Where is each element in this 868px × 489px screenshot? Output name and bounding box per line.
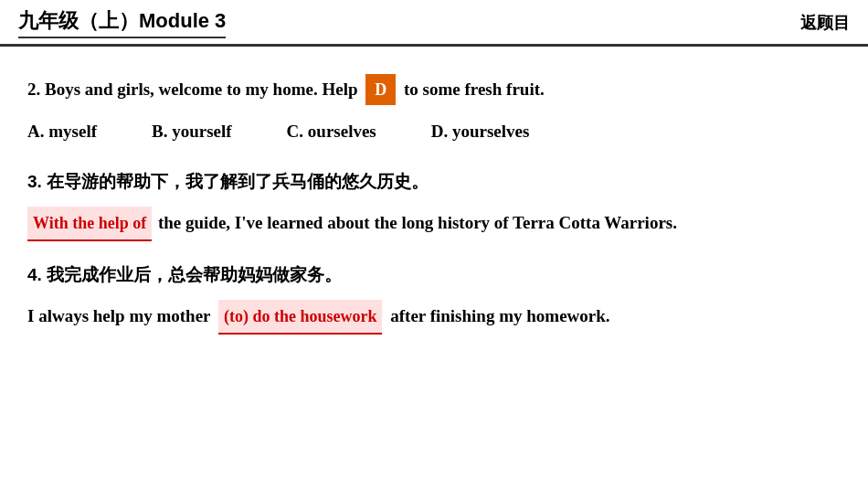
choice-c: C. ourselves <box>287 116 376 147</box>
q4-en-after: after finishing my homework. <box>390 306 609 325</box>
question-2: 2. Boys and girls, welcome to my home. H… <box>27 74 841 105</box>
question-4-cn: 4. 我完成作业后，总会帮助妈妈做家务。 <box>27 260 841 291</box>
question-3-cn: 3. 在导游的帮助下，我了解到了兵马俑的悠久历史。 <box>27 166 841 197</box>
choice-d: D. yourselves <box>431 116 530 147</box>
q4-en-before: I always help my mother <box>27 306 210 325</box>
q2-choices: A. myself B. yourself C. ourselves D. yo… <box>27 116 841 147</box>
page-header: 九年级（上）Module 3 返顾目 <box>0 0 868 47</box>
choice-a: A. myself <box>27 116 97 147</box>
back-button[interactable]: 返顾目 <box>800 12 850 34</box>
main-content: 2. Boys and girls, welcome to my home. H… <box>0 47 868 353</box>
question-4-en: I always help my mother (to) do the hous… <box>27 300 841 335</box>
q2-text-before: 2. Boys and girls, welcome to my home. H… <box>27 80 358 99</box>
q2-text-after: to some fresh fruit. <box>404 80 545 99</box>
q3-answer: With the help of <box>27 207 152 241</box>
q3-en-after: the guide, I've learned about the long h… <box>158 213 677 232</box>
choice-b: B. yourself <box>152 116 232 147</box>
q2-answer: D <box>365 74 396 105</box>
page-title: 九年级（上）Module 3 <box>18 7 226 38</box>
question-3-en: With the help of the guide, I've learned… <box>27 207 841 241</box>
q4-answer: (to) do the housework <box>218 300 383 335</box>
